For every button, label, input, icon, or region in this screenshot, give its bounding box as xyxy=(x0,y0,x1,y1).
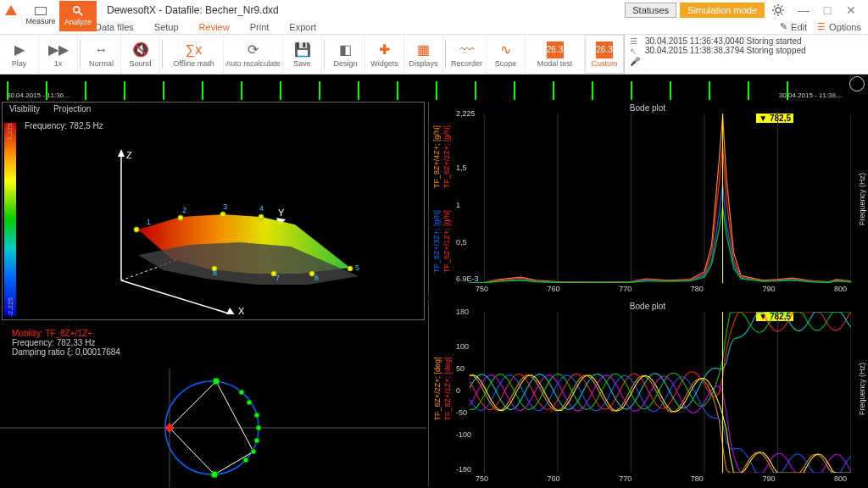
svg-point-0 xyxy=(74,7,80,13)
design-button[interactable]: ◧Design xyxy=(326,35,365,74)
normal-button[interactable]: ↔Normal xyxy=(82,35,121,74)
svg-text:4: 4 xyxy=(259,204,264,213)
menu-review[interactable]: Review xyxy=(199,22,230,32)
menu-print[interactable]: Print xyxy=(250,22,270,32)
bode-phase[interactable]: Bode plot ▼ 782,5 TF_8Z+/2Z+; [deg] TF_8… xyxy=(428,300,866,486)
tab-projection[interactable]: Projection xyxy=(47,103,97,115)
svg-point-36 xyxy=(254,413,259,418)
minimize-button[interactable]: — xyxy=(792,3,815,17)
viewport-frequency: Frequency: 782,5 Hz xyxy=(25,121,103,130)
menu-edit[interactable]: Edit xyxy=(791,22,807,32)
svg-point-34 xyxy=(213,378,220,385)
custom-button[interactable]: 26.3Custom xyxy=(585,35,624,74)
svg-marker-4 xyxy=(118,149,125,157)
svg-text:8: 8 xyxy=(213,269,217,277)
sound-button[interactable]: 🔇Sound xyxy=(121,35,160,74)
app-title: DewesoftX - Datafile: Becher_Nr9.dxd xyxy=(107,4,279,16)
tab-measure[interactable]: Measure xyxy=(22,1,59,31)
tab-analyze[interactable]: Analyze xyxy=(59,1,97,31)
simulation-mode-badge[interactable]: Simulation mode xyxy=(680,3,765,18)
log-panel: ☰↖🎤 30.04.2015 11:36:43,0040 Storing sta… xyxy=(624,35,868,74)
close-button[interactable]: ✕ xyxy=(839,3,863,17)
menu-options[interactable]: Options xyxy=(829,22,861,32)
svg-point-2 xyxy=(776,8,781,13)
circle-fit-plot[interactable] xyxy=(0,369,426,487)
clock-icon[interactable] xyxy=(849,76,865,92)
svg-point-14 xyxy=(134,227,139,232)
svg-text:7: 7 xyxy=(275,274,280,282)
svg-text:6: 6 xyxy=(314,274,319,282)
svg-point-16 xyxy=(220,212,225,217)
svg-marker-7 xyxy=(225,308,236,314)
svg-point-38 xyxy=(254,438,259,443)
save-button[interactable]: 💾Save xyxy=(283,35,322,74)
app-logo xyxy=(5,5,17,15)
svg-text:Z: Z xyxy=(126,150,132,160)
svg-text:3: 3 xyxy=(223,202,227,211)
timeline[interactable]: 30.04.2015 - 11:36… 30.04.2015 - 11:38… … xyxy=(0,75,868,100)
mic-icon: 🎤 xyxy=(630,57,640,66)
svg-point-18 xyxy=(348,266,353,271)
menu-datafiles[interactable]: Data files xyxy=(95,22,134,32)
auto-recalc-button[interactable]: ⟳Auto recalculate xyxy=(224,35,283,74)
svg-point-15 xyxy=(178,215,183,220)
list-icon: ☰ xyxy=(817,21,826,32)
svg-text:1: 1 xyxy=(147,218,151,226)
svg-line-6 xyxy=(121,280,231,314)
statuses-badge[interactable]: Statuses xyxy=(625,3,676,18)
svg-text:5: 5 xyxy=(355,263,359,272)
log-icon: ☰ xyxy=(630,36,640,46)
menu-setup[interactable]: Setup xyxy=(154,22,179,32)
svg-text:Y: Y xyxy=(278,208,285,218)
svg-point-41 xyxy=(239,390,244,395)
play-button[interactable]: ▶Play xyxy=(0,35,39,74)
svg-point-39 xyxy=(251,449,256,454)
bode-magnitude[interactable]: Bode plot ▼ 782,5 TF_8Z+/4Z+; [g/N] TF_8… xyxy=(428,102,866,297)
mesh-3d[interactable]: Z X Y 1234 5678 xyxy=(87,145,392,314)
info-panel: Mobility: TF_8Z+/1Z+ Frequency: 782,33 H… xyxy=(0,322,426,363)
displays-button[interactable]: ▦Displays xyxy=(404,35,443,74)
speed-button[interactable]: ▶▶1x xyxy=(39,35,78,74)
widgets-button[interactable]: ✚Widgets xyxy=(365,35,404,74)
offline-math-button[interactable]: ∑xOffline math xyxy=(164,35,224,74)
tab-visibility[interactable]: Visibility xyxy=(3,103,47,115)
svg-point-40 xyxy=(247,400,252,405)
svg-text:2: 2 xyxy=(182,206,186,214)
gear-icon[interactable] xyxy=(771,3,785,17)
svg-text:X: X xyxy=(238,306,245,314)
svg-line-1 xyxy=(79,12,82,15)
cursor-icon: ↖ xyxy=(630,47,640,56)
maximize-button[interactable]: □ xyxy=(815,3,839,17)
svg-point-37 xyxy=(256,425,261,430)
colorbar xyxy=(4,123,16,316)
svg-point-42 xyxy=(243,458,248,463)
svg-point-17 xyxy=(259,214,264,219)
scope-button[interactable]: ∿Scope xyxy=(487,35,526,74)
pencil-icon: ✎ xyxy=(780,21,787,32)
recorder-button[interactable]: 〰Recorder xyxy=(448,35,487,74)
svg-point-35 xyxy=(211,471,218,478)
viewport-3d[interactable]: Visibility Projection Frequency: 782,5 H… xyxy=(2,102,425,320)
modal-test-button[interactable]: 26.3Modal test xyxy=(526,35,585,74)
menu-export[interactable]: Export xyxy=(289,22,316,32)
